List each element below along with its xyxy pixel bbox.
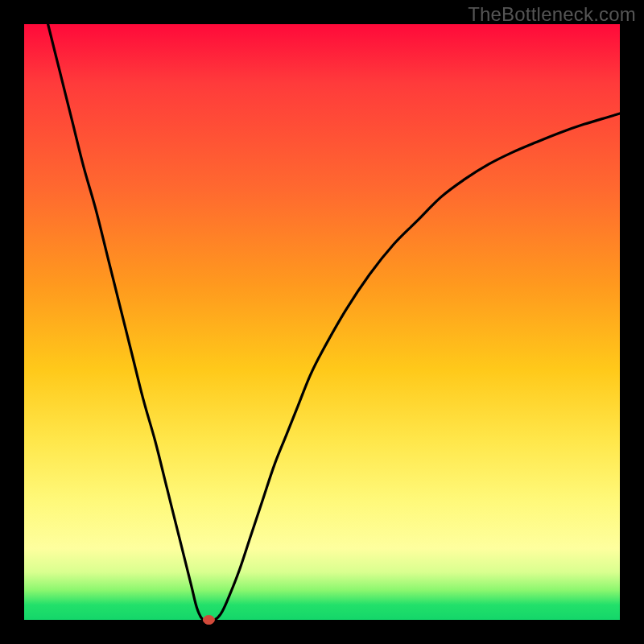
bottleneck-curve [48,24,620,621]
plot-area [24,24,620,620]
chart-frame: TheBottleneck.com [0,0,644,644]
minimum-marker [203,616,214,625]
curve-svg [24,24,620,620]
watermark-text: TheBottleneck.com [468,3,636,26]
